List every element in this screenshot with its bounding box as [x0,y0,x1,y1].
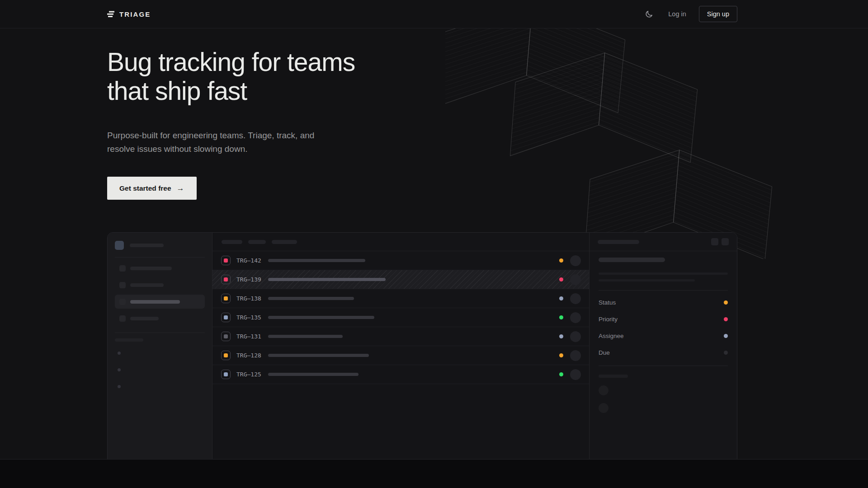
sidebar-item-label-skeleton [130,283,164,287]
tab-skeleton [248,240,266,244]
brand-logo[interactable]: TRIAGE [107,10,151,18]
issue-status-dot [559,372,563,376]
activity-avatar-skeleton [599,385,609,395]
sidebar-item-label-skeleton [130,317,159,320]
property-label: Assignee [599,333,624,339]
nav-inner: TRIAGE Log in Sign up [107,0,737,28]
property-rows: Status Priority Assignee Due [599,294,728,361]
mockup-workspace-row [115,241,205,250]
issue-list: TRG–142 TRG–139 TRG–138 TRG–135 TRG–131 … [212,251,589,384]
divider [115,257,205,258]
property-row: Due [599,344,728,361]
issue-status-dot [559,277,563,282]
issue-status-dot [559,353,563,357]
issue-title-skeleton [268,297,354,300]
mockup-sidebar [108,233,212,459]
mockup-detail-panel: Status Priority Assignee Due [590,233,737,459]
issue-id: TRG–142 [236,257,263,264]
issue-title-skeleton [268,278,386,281]
property-value-dot [724,351,728,355]
issue-type-icon [221,370,231,379]
issue-id: TRG–131 [236,333,263,340]
description-line-skeleton [599,279,695,282]
issue-status-dot [559,258,563,263]
property-row: Assignee [599,328,728,344]
issue-row: TRG–125 [212,365,589,384]
description-line-skeleton [599,272,728,275]
theme-toggle-button[interactable] [641,6,656,22]
brand-name: TRIAGE [119,10,151,18]
issue-type-icon [221,294,231,303]
sidebar-item-label-skeleton [130,300,180,304]
top-nav: TRIAGE Log in Sign up [0,0,868,28]
sidebar-dot [118,352,121,355]
panel-header-actions [711,238,729,245]
sidebar-item-icon-skeleton [119,315,126,322]
issue-row: TRG–138 [212,289,589,308]
issue-assignee-avatar-skeleton [570,331,581,342]
property-label: Priority [599,316,618,323]
tab-skeleton [272,240,297,244]
detail-panel-header [590,233,737,251]
login-link[interactable]: Log in [668,10,686,18]
workspace-avatar [115,241,124,250]
issue-row: TRG–139 [212,270,589,289]
issue-id: TRG–128 [236,352,263,359]
activity-label-skeleton [599,375,628,378]
hero-section: Bug tracking for teams that ship fast Pu… [0,28,868,459]
issue-id: TRG–138 [236,295,263,302]
issue-row: TRG–131 [212,327,589,346]
sidebar-dot [118,385,121,388]
property-row: Priority [599,311,728,328]
issue-title-skeleton [268,354,369,357]
panel-title-skeleton [598,240,639,244]
sidebar-item-icon-skeleton [119,282,126,288]
issue-assignee-avatar-skeleton [570,312,581,323]
issue-assignee-avatar-skeleton [570,293,581,304]
arrow-right-icon: → [177,184,184,193]
issue-title-skeleton [268,335,343,338]
get-started-button[interactable]: Get started free → [107,177,197,200]
workspace-name-skeleton [130,244,164,247]
headline-line-2: that ship fast [107,76,247,105]
mockup-issue-list-pane: TRG–142 TRG–139 TRG–138 TRG–135 TRG–131 … [212,233,590,459]
divider [599,290,728,291]
issue-assignee-avatar-skeleton [570,369,581,380]
hero-copy: Bug tracking for teams that ship fast Pu… [107,47,868,200]
sidebar-section-skeleton [115,338,143,342]
sidebar-item-icon-skeleton [119,299,126,305]
get-started-label: Get started free [119,184,171,192]
sidebar-item [115,261,205,275]
property-label: Due [599,349,610,356]
issue-type-icon [221,351,231,360]
issue-title-skeleton [268,373,359,376]
property-row: Status [599,294,728,311]
sidebar-item [115,311,205,325]
issue-status-dot [559,296,563,300]
sidebar-item [115,295,205,309]
headline-line-1: Bug tracking for teams [107,47,355,76]
moon-icon [645,10,653,19]
issue-id: TRG–139 [236,276,263,283]
sidebar-item-label-skeleton [130,267,172,270]
issue-type-icon [221,275,231,284]
triage-bars-logo-icon [107,11,115,18]
next-section [0,459,868,488]
issue-type-icon [221,332,231,341]
app-mockup: TRG–142 TRG–139 TRG–138 TRG–135 TRG–131 … [107,232,737,459]
property-value-dot [724,317,728,321]
sidebar-dot [118,368,121,371]
hero-subtitle: Purpose-built for engineering teams. Tri… [107,129,323,156]
signup-button[interactable]: Sign up [699,6,737,22]
issue-type-icon [221,313,231,322]
issue-assignee-avatar-skeleton [570,255,581,266]
divider [115,333,205,333]
issue-id: TRG–135 [236,314,263,321]
property-value-dot [724,334,728,338]
hero-headline: Bug tracking for teams that ship fast [107,47,868,105]
panel-action-skeleton [722,238,729,245]
issue-title-skeleton [599,258,665,262]
tab-skeleton [222,240,242,244]
issue-assignee-avatar-skeleton [570,274,581,285]
issue-assignee-avatar-skeleton [570,350,581,361]
